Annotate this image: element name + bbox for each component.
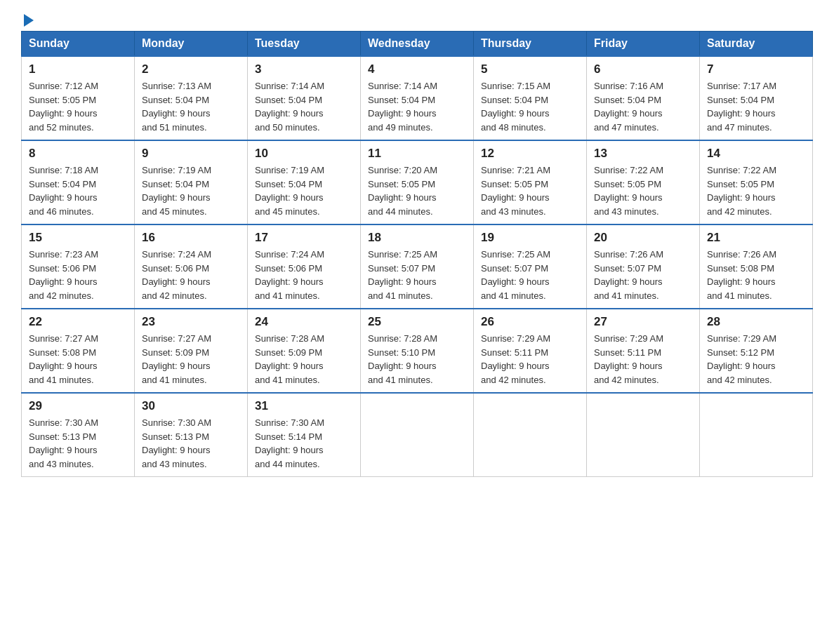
calendar-cell: 7Sunrise: 7:17 AMSunset: 5:04 PMDaylight… (700, 56, 813, 140)
day-number: 17 (255, 231, 353, 245)
day-info: Sunrise: 7:16 AMSunset: 5:04 PMDaylight:… (594, 79, 692, 134)
day-info: Sunrise: 7:18 AMSunset: 5:04 PMDaylight:… (29, 163, 127, 218)
calendar-cell: 6Sunrise: 7:16 AMSunset: 5:04 PMDaylight… (587, 56, 700, 140)
calendar-header-row: SundayMondayTuesdayWednesdayThursdayFrid… (22, 32, 813, 57)
calendar-cell: 28Sunrise: 7:29 AMSunset: 5:12 PMDayligh… (700, 309, 813, 393)
calendar-cell: 18Sunrise: 7:25 AMSunset: 5:07 PMDayligh… (361, 224, 474, 309)
day-info: Sunrise: 7:25 AMSunset: 5:07 PMDaylight:… (368, 248, 466, 302)
day-number: 29 (29, 399, 127, 413)
weekday-header-tuesday: Tuesday (248, 32, 361, 57)
calendar-cell (361, 393, 474, 477)
day-number: 24 (255, 315, 353, 329)
day-number: 16 (142, 231, 240, 245)
calendar-cell: 27Sunrise: 7:29 AMSunset: 5:11 PMDayligh… (587, 309, 700, 393)
weekday-header-thursday: Thursday (474, 32, 587, 57)
calendar-cell (474, 393, 587, 477)
calendar-cell: 31Sunrise: 7:30 AMSunset: 5:14 PMDayligh… (248, 393, 361, 477)
calendar-cell: 4Sunrise: 7:14 AMSunset: 5:04 PMDaylight… (361, 56, 474, 140)
calendar-cell (587, 393, 700, 477)
day-number: 9 (142, 147, 240, 161)
calendar-cell: 19Sunrise: 7:25 AMSunset: 5:07 PMDayligh… (474, 224, 587, 309)
day-info: Sunrise: 7:29 AMSunset: 5:11 PMDaylight:… (481, 332, 579, 387)
day-number: 20 (594, 231, 692, 245)
day-info: Sunrise: 7:28 AMSunset: 5:09 PMDaylight:… (255, 332, 353, 387)
calendar-cell (700, 393, 813, 477)
calendar-week-row: 15Sunrise: 7:23 AMSunset: 5:06 PMDayligh… (22, 224, 813, 309)
calendar-cell: 8Sunrise: 7:18 AMSunset: 5:04 PMDaylight… (22, 140, 135, 224)
weekday-header-wednesday: Wednesday (361, 32, 474, 57)
calendar-cell: 13Sunrise: 7:22 AMSunset: 5:05 PMDayligh… (587, 140, 700, 224)
day-number: 4 (368, 62, 466, 76)
day-info: Sunrise: 7:22 AMSunset: 5:05 PMDaylight:… (594, 163, 692, 218)
day-info: Sunrise: 7:12 AMSunset: 5:05 PMDaylight:… (29, 79, 127, 134)
calendar-cell: 22Sunrise: 7:27 AMSunset: 5:08 PMDayligh… (22, 309, 135, 393)
day-number: 18 (368, 231, 466, 245)
day-number: 22 (29, 315, 127, 329)
day-number: 11 (368, 147, 466, 161)
calendar-cell: 2Sunrise: 7:13 AMSunset: 5:04 PMDaylight… (135, 56, 248, 140)
day-info: Sunrise: 7:20 AMSunset: 5:05 PMDaylight:… (368, 163, 466, 218)
day-number: 2 (142, 62, 240, 76)
day-number: 8 (29, 147, 127, 161)
calendar-cell: 23Sunrise: 7:27 AMSunset: 5:09 PMDayligh… (135, 309, 248, 393)
day-info: Sunrise: 7:29 AMSunset: 5:11 PMDaylight:… (594, 332, 692, 387)
weekday-header-friday: Friday (587, 32, 700, 57)
calendar-cell: 17Sunrise: 7:24 AMSunset: 5:06 PMDayligh… (248, 224, 361, 309)
calendar-cell: 1Sunrise: 7:12 AMSunset: 5:05 PMDaylight… (22, 56, 135, 140)
calendar-week-row: 8Sunrise: 7:18 AMSunset: 5:04 PMDaylight… (22, 140, 813, 224)
calendar-cell: 3Sunrise: 7:14 AMSunset: 5:04 PMDaylight… (248, 56, 361, 140)
day-info: Sunrise: 7:22 AMSunset: 5:05 PMDaylight:… (707, 163, 805, 218)
day-number: 7 (707, 62, 805, 76)
day-info: Sunrise: 7:24 AMSunset: 5:06 PMDaylight:… (142, 248, 240, 302)
day-info: Sunrise: 7:13 AMSunset: 5:04 PMDaylight:… (142, 79, 240, 134)
day-number: 12 (481, 147, 579, 161)
day-info: Sunrise: 7:15 AMSunset: 5:04 PMDaylight:… (481, 79, 579, 134)
calendar-cell: 25Sunrise: 7:28 AMSunset: 5:10 PMDayligh… (361, 309, 474, 393)
day-number: 31 (255, 399, 353, 413)
day-info: Sunrise: 7:14 AMSunset: 5:04 PMDaylight:… (368, 79, 466, 134)
day-info: Sunrise: 7:30 AMSunset: 5:13 PMDaylight:… (142, 416, 240, 471)
day-number: 1 (29, 62, 127, 76)
day-number: 14 (707, 147, 805, 161)
day-number: 26 (481, 315, 579, 329)
logo (21, 14, 34, 24)
day-number: 15 (29, 231, 127, 245)
calendar-week-row: 1Sunrise: 7:12 AMSunset: 5:05 PMDaylight… (22, 56, 813, 140)
day-number: 25 (368, 315, 466, 329)
day-number: 3 (255, 62, 353, 76)
calendar-week-row: 29Sunrise: 7:30 AMSunset: 5:13 PMDayligh… (22, 393, 813, 477)
day-info: Sunrise: 7:29 AMSunset: 5:12 PMDaylight:… (707, 332, 805, 387)
day-number: 5 (481, 62, 579, 76)
day-info: Sunrise: 7:24 AMSunset: 5:06 PMDaylight:… (255, 248, 353, 302)
day-number: 27 (594, 315, 692, 329)
calendar-cell: 10Sunrise: 7:19 AMSunset: 5:04 PMDayligh… (248, 140, 361, 224)
day-info: Sunrise: 7:26 AMSunset: 5:08 PMDaylight:… (707, 248, 805, 302)
day-info: Sunrise: 7:19 AMSunset: 5:04 PMDaylight:… (255, 163, 353, 218)
day-info: Sunrise: 7:25 AMSunset: 5:07 PMDaylight:… (481, 248, 579, 302)
day-info: Sunrise: 7:30 AMSunset: 5:14 PMDaylight:… (255, 416, 353, 471)
calendar-cell: 16Sunrise: 7:24 AMSunset: 5:06 PMDayligh… (135, 224, 248, 309)
calendar-cell: 5Sunrise: 7:15 AMSunset: 5:04 PMDaylight… (474, 56, 587, 140)
day-number: 30 (142, 399, 240, 413)
day-number: 19 (481, 231, 579, 245)
calendar-cell: 20Sunrise: 7:26 AMSunset: 5:07 PMDayligh… (587, 224, 700, 309)
day-info: Sunrise: 7:27 AMSunset: 5:09 PMDaylight:… (142, 332, 240, 387)
calendar-cell: 29Sunrise: 7:30 AMSunset: 5:13 PMDayligh… (22, 393, 135, 477)
calendar-cell: 30Sunrise: 7:30 AMSunset: 5:13 PMDayligh… (135, 393, 248, 477)
day-info: Sunrise: 7:17 AMSunset: 5:04 PMDaylight:… (707, 79, 805, 134)
calendar-cell: 9Sunrise: 7:19 AMSunset: 5:04 PMDaylight… (135, 140, 248, 224)
weekday-header-monday: Monday (135, 32, 248, 57)
day-number: 23 (142, 315, 240, 329)
day-info: Sunrise: 7:14 AMSunset: 5:04 PMDaylight:… (255, 79, 353, 134)
weekday-header-saturday: Saturday (700, 32, 813, 57)
calendar-cell: 24Sunrise: 7:28 AMSunset: 5:09 PMDayligh… (248, 309, 361, 393)
calendar-cell: 26Sunrise: 7:29 AMSunset: 5:11 PMDayligh… (474, 309, 587, 393)
page-header (21, 14, 813, 24)
day-info: Sunrise: 7:27 AMSunset: 5:08 PMDaylight:… (29, 332, 127, 387)
weekday-header-sunday: Sunday (22, 32, 135, 57)
day-info: Sunrise: 7:26 AMSunset: 5:07 PMDaylight:… (594, 248, 692, 302)
day-info: Sunrise: 7:28 AMSunset: 5:10 PMDaylight:… (368, 332, 466, 387)
day-number: 21 (707, 231, 805, 245)
calendar-cell: 14Sunrise: 7:22 AMSunset: 5:05 PMDayligh… (700, 140, 813, 224)
day-number: 10 (255, 147, 353, 161)
